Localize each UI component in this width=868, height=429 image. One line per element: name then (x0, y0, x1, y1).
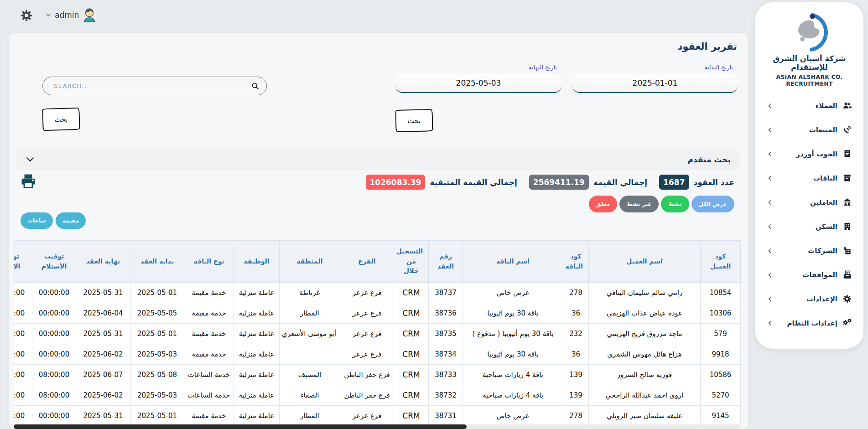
table-cell: 38732 (429, 385, 463, 406)
table-cell: 38736 (429, 303, 463, 324)
contracts-report-panel: تقرير العقود تاريخ البدايه تاريخ النهايه… (9, 33, 748, 429)
table-cell: 00:00:00 (14, 283, 32, 303)
search-input[interactable] (53, 82, 251, 90)
filter-button[interactable]: نشط (661, 196, 689, 212)
advanced-search-label: بحث متقدم (687, 155, 731, 164)
column-header: توقيت الأستلام (32, 241, 76, 283)
table-cell: 9145 (701, 406, 741, 426)
column-header: اسم العميل (589, 241, 701, 283)
sidebar-item-label: الإعدادات (773, 295, 837, 303)
system-settings-icon (843, 319, 852, 327)
table-cell: 00:00:00 (14, 303, 32, 324)
sidebar-item-label: الجوب أوردر (773, 150, 837, 158)
company-logo-globe-icon (790, 12, 830, 52)
unit-filters: مقيمةساعات (21, 212, 86, 229)
unit-filter-button[interactable]: مقيمة (56, 212, 86, 229)
search-icon[interactable] (251, 82, 259, 90)
chevron-left-icon (767, 272, 773, 278)
sidebar-item-9[interactable]: إعدادات النظام (755, 311, 863, 335)
filter-button[interactable]: غير نشط (619, 196, 659, 212)
companies-icon (843, 246, 852, 255)
header-settings-gear-icon[interactable] (20, 9, 33, 22)
table-cell: فرع عرعر (340, 283, 394, 303)
sidebar-item-label: المبيعات (773, 126, 837, 134)
chevron-down-icon (46, 12, 51, 18)
table-cell: 00:00:00 (14, 324, 32, 344)
table-cell: 00:00:00 (32, 303, 76, 324)
date-start-label: تاريخ البدايه (572, 64, 738, 71)
approvals-icon (843, 270, 852, 279)
date-search-button[interactable]: بحث (395, 109, 433, 132)
table-cell: خدمة مقيمة (184, 283, 234, 303)
table-row[interactable]: 10306عوده عياض عذاب الهزيمي36باقة 30 يوم… (14, 303, 741, 324)
stat-label: إجمالي القيمة المتبقية (430, 178, 517, 187)
column-header: اسم الباقه (463, 241, 563, 283)
table-cell: ماجد مرزوق فريج الهزيمي (589, 324, 701, 344)
search-box (42, 77, 267, 95)
table-row[interactable]: 9145عليفه سليمان صبر الرويلي278عرض خاص38… (14, 406, 741, 426)
sidebar-item-0[interactable]: العملاء (755, 93, 863, 118)
table-cell: المطار (280, 303, 340, 324)
table-cell: 36 (563, 344, 589, 365)
date-end-input[interactable] (395, 74, 561, 93)
table-cell: المطار (280, 406, 340, 426)
table-row[interactable]: 10586فوزيه صالح السرور139باقة 4 زيارات ص… (14, 365, 741, 385)
column-header: نوع الباقه (184, 241, 234, 283)
table-cell: 00:00:00 (14, 406, 32, 426)
date-start-input[interactable] (572, 74, 738, 93)
table-cell: CRM (394, 344, 429, 365)
chevron-left-icon (767, 200, 773, 205)
table-cell: عاملة منزلية (234, 324, 280, 344)
table-cell: عرض خاص (463, 406, 563, 426)
date-end-group: تاريخ النهايه (395, 64, 561, 93)
table-cell: 2025-05-08 (130, 365, 184, 385)
table-cell: فرع عرعر (340, 406, 394, 426)
chevron-left-icon (767, 296, 773, 302)
table-cell: باقة 30 يوم اثيوبيا (463, 303, 563, 324)
horizontal-scrollbar[interactable] (14, 424, 741, 429)
job-order-icon (843, 150, 852, 158)
user-menu[interactable]: admin (46, 7, 96, 22)
table-cell: 2025-05-01 (130, 283, 184, 303)
table-cell: فرع عرعر (340, 344, 394, 365)
column-header: بدايه العقد (130, 241, 184, 283)
table-row[interactable]: 5270اروى احمد عبدالله الراجحي139باقة 4 ز… (14, 385, 741, 406)
avatar[interactable] (83, 7, 96, 22)
table-cell: أبو موسى الأشعري (280, 324, 340, 344)
table-cell: خدمة مقيمة (184, 406, 234, 426)
sidebar-item-2[interactable]: الجوب أوردر (755, 142, 863, 166)
table-cell: اروى احمد عبدالله الراجحي (589, 385, 701, 406)
filter-button[interactable]: عرض الكل (691, 196, 734, 212)
table-cell: 2025-06-02 (76, 385, 130, 406)
table-cell: 00:00:00 (32, 324, 76, 344)
sidebar-item-4[interactable]: العاملين (755, 190, 863, 214)
filter-button[interactable]: معلق (589, 196, 617, 212)
scrollbar-thumb[interactable] (14, 424, 467, 429)
sidebar-item-5[interactable]: السكن (755, 214, 863, 238)
column-header: كود العميل (701, 241, 741, 283)
sidebar-item-8[interactable]: الإعدادات (755, 287, 863, 311)
column-header: رقم العقد (429, 241, 463, 283)
column-header: توقيت الانتهاء (14, 241, 32, 283)
table-row[interactable]: 9918هزاع هائل مهوس الشمري36باقة 30 يوم ا… (14, 344, 741, 365)
table-cell: 2025-05-03 (130, 344, 184, 365)
sidebar-item-7[interactable]: الموافقات (755, 263, 863, 287)
table-header-row: كود العميلاسم العميلكود الباقهاسم الباقه… (14, 241, 741, 283)
stat-label: إجمالي القيمة (593, 178, 647, 187)
sidebar-item-1[interactable]: المبيعات (755, 118, 863, 142)
table-cell: 278 (563, 283, 589, 303)
table-row[interactable]: 10854رامي سالم سليمان البنافي278عرض خاص3… (14, 283, 741, 303)
table-cell: خدمة مقيمة (184, 303, 234, 324)
advanced-search-toggle[interactable]: بحث متقدم (16, 149, 740, 170)
sidebar-item-label: السكن (773, 222, 837, 231)
search-button[interactable]: بحث (42, 108, 80, 131)
sidebar-item-3[interactable]: الباقات (755, 166, 863, 190)
table-row[interactable]: 579ماجد مرزوق فريج الهزيمي232باقة 30 يوم… (14, 324, 741, 344)
unit-filter-button[interactable]: ساعات (21, 212, 53, 229)
sidebar-menu: العملاءالمبيعاتالجوب أوردرالباقاتالعاملي… (755, 93, 863, 335)
table-cell: 38735 (429, 324, 463, 344)
table-cell: باقة 4 زيارات صباحية (463, 385, 563, 406)
table-cell: 2025-05-31 (76, 406, 130, 426)
print-icon[interactable] (21, 173, 36, 190)
sidebar-item-6[interactable]: الشركات (755, 238, 863, 263)
